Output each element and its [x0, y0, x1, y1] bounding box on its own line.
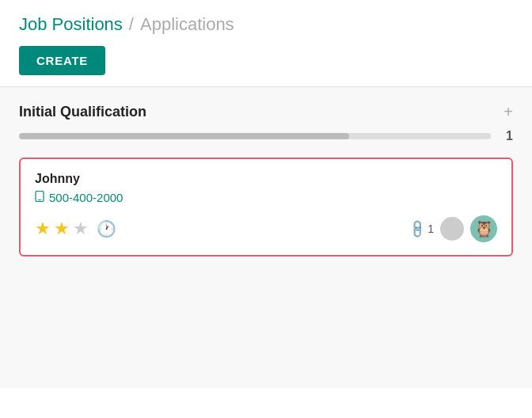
star-rating[interactable]: ★ ★ ★ 🕐: [35, 218, 116, 239]
attachment-count: 1: [428, 222, 434, 235]
section-title: Initial Qualification: [19, 104, 146, 120]
user-avatar[interactable]: 🦉: [470, 215, 497, 242]
progress-bar-fill: [19, 133, 349, 139]
section-header: Initial Qualification +: [19, 103, 513, 121]
svg-rect-1: [38, 200, 41, 200]
breadcrumb-job-positions[interactable]: Job Positions: [19, 14, 123, 35]
progress-bar-row: 1: [19, 129, 513, 143]
applicant-phone-number: 500-400-2000: [49, 191, 123, 204]
avatar-icon: 🦉: [474, 219, 494, 238]
star-1: ★: [35, 218, 51, 239]
progress-bar-background: [19, 133, 491, 139]
applicant-name: Johnny: [35, 172, 497, 186]
card-footer: ★ ★ ★ 🕐 🔗 1 🦉: [35, 215, 497, 242]
avatar-placeholder: [440, 217, 464, 241]
application-card[interactable]: Johnny 500-400-2000 ★ ★ ★ 🕐 🔗 1 🦉: [19, 158, 513, 256]
attachment-badge[interactable]: 🔗 1: [409, 222, 434, 237]
card-actions: 🔗 1 🦉: [409, 215, 497, 242]
applicant-phone-row: 500-400-2000: [35, 191, 497, 204]
main-content: Initial Qualification + 1 Johnny 500-400…: [0, 87, 532, 388]
breadcrumb: Job Positions / Applications: [19, 14, 513, 35]
progress-count: 1: [500, 129, 513, 143]
breadcrumb-separator: /: [129, 14, 134, 35]
star-2: ★: [54, 218, 70, 239]
phone-icon: [35, 191, 44, 204]
clock-icon: 🕐: [97, 219, 116, 238]
paperclip-icon: 🔗: [406, 218, 428, 240]
create-button[interactable]: CREATE: [19, 46, 105, 75]
breadcrumb-applications: Applications: [140, 14, 234, 35]
section-add-icon[interactable]: +: [504, 103, 513, 121]
page-header: Job Positions / Applications CREATE: [0, 0, 532, 87]
star-3: ★: [73, 218, 89, 239]
